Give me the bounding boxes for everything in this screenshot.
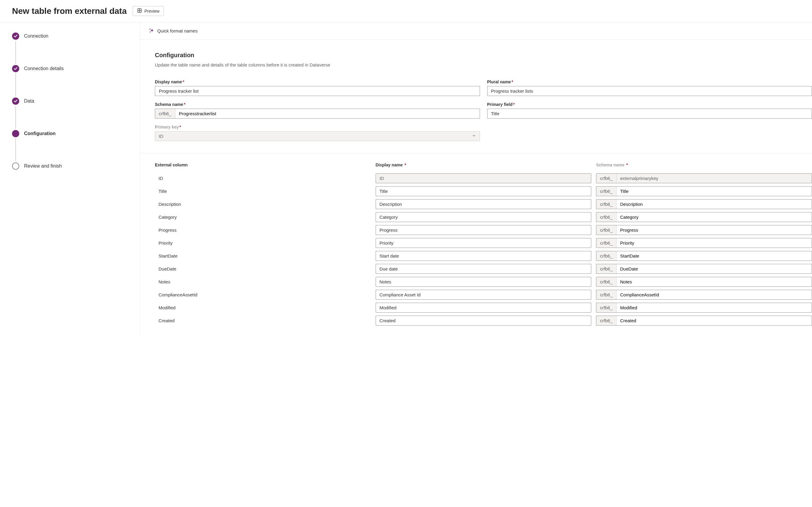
column-display-name-input[interactable]	[376, 199, 591, 209]
page-header: New table from external data Preview	[0, 0, 812, 22]
toolbar: Quick format names	[140, 22, 812, 40]
column-display-name-input[interactable]	[376, 238, 591, 248]
columns-section: External columnDisplay name *Schema name…	[140, 154, 812, 335]
preview-icon	[137, 8, 142, 14]
column-schema-name-input[interactable]	[617, 238, 812, 248]
column-schema-name-input[interactable]	[617, 200, 812, 209]
external-column-name: ID	[155, 174, 371, 183]
external-column-name: Progress	[155, 226, 371, 234]
configuration-section: Configuration Update the table name and …	[140, 40, 812, 154]
schema-name-input[interactable]	[175, 109, 480, 118]
step-connector	[15, 138, 16, 161]
column-schema-name-input[interactable]	[617, 213, 812, 222]
schema-prefix: crfb6_	[597, 290, 617, 299]
schema-name-field: Schema name* crfb6_	[155, 102, 480, 119]
schema-prefix: crfb6_	[155, 109, 175, 118]
external-column-name: Created	[155, 316, 371, 325]
step-label: Data	[24, 98, 34, 104]
display-name-header: Display name *	[376, 163, 591, 170]
page-title: New table from external data	[12, 6, 127, 16]
preview-label: Preview	[144, 9, 160, 13]
column-schema-name-input	[617, 174, 812, 183]
external-column-name: Notes	[155, 277, 371, 286]
schema-prefix: crfb6_	[597, 264, 617, 274]
schema-name-header: Schema name *	[596, 163, 812, 170]
column-display-name-input[interactable]	[376, 277, 591, 287]
column-display-name-input[interactable]	[376, 303, 591, 313]
column-schema-wrap: crfb6_	[596, 212, 812, 222]
column-display-name-input[interactable]	[376, 212, 591, 222]
external-column-name: DueDate	[155, 265, 371, 273]
schema-prefix: crfb6_	[597, 213, 617, 222]
step-label: Connection details	[24, 66, 64, 71]
external-column-name: Priority	[155, 239, 371, 247]
step-review-and-finish[interactable]: Review and finish	[12, 161, 139, 171]
sparkle-icon	[149, 28, 154, 34]
section-title: Configuration	[155, 52, 812, 59]
column-display-name-input[interactable]	[376, 186, 591, 196]
external-column-name: Description	[155, 200, 371, 209]
plural-name-field: Plural name*	[487, 79, 812, 96]
column-schema-name-input[interactable]	[617, 290, 812, 299]
primary-key-field: Primary key* ID	[155, 124, 480, 141]
step-label: Review and finish	[24, 163, 62, 169]
preview-button[interactable]: Preview	[133, 6, 164, 16]
display-name-field: Display name*	[155, 79, 480, 96]
column-schema-wrap: crfb6_	[596, 199, 812, 209]
step-connection-details[interactable]: Connection details	[12, 64, 139, 73]
external-column-name: Title	[155, 187, 371, 195]
primary-field-field: Primary field*	[487, 102, 812, 119]
column-schema-wrap: crfb6_	[596, 264, 812, 274]
step-label: Connection	[24, 34, 48, 39]
schema-prefix: crfb6_	[597, 277, 617, 286]
schema-prefix: crfb6_	[597, 186, 617, 196]
display-name-input[interactable]	[155, 86, 480, 96]
column-schema-name-input[interactable]	[617, 225, 812, 235]
column-display-name-input[interactable]	[376, 264, 591, 274]
plural-name-label: Plural name*	[487, 79, 812, 84]
column-schema-name-input[interactable]	[617, 277, 812, 286]
step-connection[interactable]: Connection	[12, 31, 139, 41]
wizard-sidebar: ConnectionConnection detailsDataConfigur…	[0, 22, 140, 335]
column-schema-wrap: crfb6_	[596, 238, 812, 248]
step-dot	[12, 130, 19, 137]
schema-prefix: crfb6_	[597, 316, 617, 325]
schema-prefix: crfb6_	[597, 303, 617, 312]
column-schema-wrap: crfb6_	[596, 225, 812, 235]
quick-format-button[interactable]: Quick format names	[149, 28, 198, 34]
column-schema-name-input[interactable]	[617, 251, 812, 261]
column-schema-wrap: crfb6_	[596, 173, 812, 183]
check-icon	[12, 65, 19, 72]
schema-prefix: crfb6_	[597, 174, 617, 183]
external-column-name: StartDate	[155, 251, 371, 260]
quick-format-label: Quick format names	[157, 28, 198, 34]
column-display-name-input[interactable]	[376, 251, 591, 261]
external-column-name: Modified	[155, 303, 371, 312]
step-configuration[interactable]: Configuration	[12, 129, 139, 138]
schema-prefix: crfb6_	[597, 200, 617, 209]
primary-key-select[interactable]: ID	[155, 131, 480, 141]
schema-prefix: crfb6_	[597, 251, 617, 261]
column-schema-name-input[interactable]	[617, 186, 812, 196]
column-schema-wrap: crfb6_	[596, 277, 812, 287]
plural-name-input[interactable]	[487, 86, 812, 96]
chevron-down-icon	[472, 133, 476, 139]
step-list: ConnectionConnection detailsDataConfigur…	[12, 31, 139, 171]
column-schema-wrap: crfb6_	[596, 251, 812, 261]
column-schema-name-input[interactable]	[617, 264, 812, 274]
column-schema-wrap: crfb6_	[596, 186, 812, 196]
column-display-name-input[interactable]	[376, 316, 591, 326]
step-connector	[15, 41, 16, 64]
check-icon	[12, 33, 19, 40]
column-display-name-input[interactable]	[376, 290, 591, 300]
primary-field-label: Primary field*	[487, 102, 812, 107]
step-connector	[15, 73, 16, 96]
step-data[interactable]: Data	[12, 96, 139, 106]
external-column-name: ComplianceAssetId	[155, 290, 371, 299]
column-display-name-input[interactable]	[376, 225, 591, 235]
step-label: Configuration	[24, 131, 56, 136]
column-schema-name-input[interactable]	[617, 316, 812, 325]
check-icon	[12, 98, 19, 105]
column-schema-name-input[interactable]	[617, 303, 812, 312]
primary-field-input[interactable]	[487, 109, 812, 119]
